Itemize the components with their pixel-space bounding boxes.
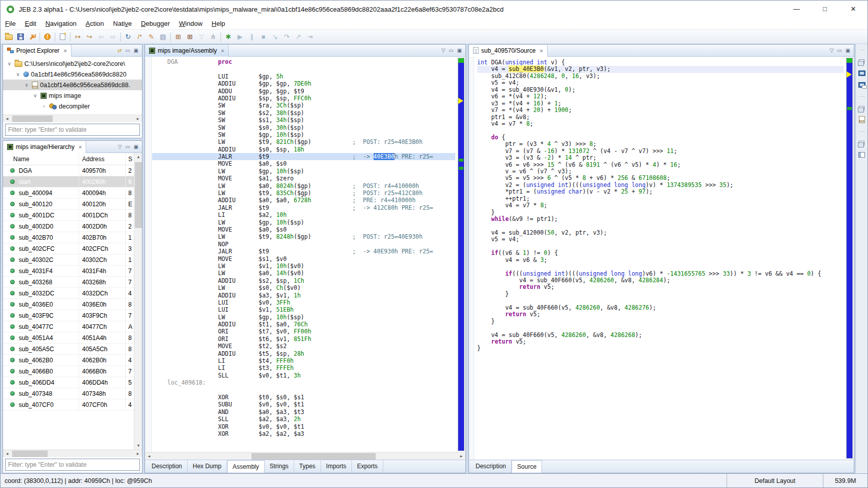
step-over-icon[interactable]: ↷ bbox=[281, 31, 293, 43]
asm-line[interactable]: LI$a2, 10h bbox=[152, 211, 455, 218]
function-row[interactable]: sub_4051A44051A4h8 bbox=[3, 332, 134, 344]
goto-location-icon[interactable]: ↪ bbox=[84, 31, 95, 43]
tab-assembly[interactable]: Assembly bbox=[227, 460, 265, 473]
scroll-left-icon[interactable]: ◂ bbox=[3, 450, 11, 458]
asm-line[interactable] bbox=[152, 65, 455, 72]
source-line[interactable]: v4 = sub_412000(50, v2, ptr, v3); bbox=[477, 230, 844, 236]
expander-icon[interactable]: ∨ bbox=[32, 93, 39, 98]
source-line[interactable] bbox=[477, 243, 844, 250]
hierarchy-filter-input[interactable] bbox=[5, 459, 140, 471]
source-line[interactable] bbox=[477, 127, 844, 134]
asm-line[interactable]: loc_409618: bbox=[152, 379, 455, 386]
scroll-left-icon[interactable]: ◂ bbox=[145, 453, 153, 460]
explorer-filter-input[interactable] bbox=[5, 124, 140, 136]
asm-line[interactable]: LUI$gp, 5h bbox=[152, 73, 455, 80]
source-line[interactable]: while(&v9 != ptr1); bbox=[477, 216, 844, 222]
asm-line[interactable]: JALR$t9; -> 40E930h PRE: r25= bbox=[152, 248, 455, 255]
asm-line[interactable]: XOR$t0, $s0, $s1 bbox=[152, 394, 455, 401]
tools-wrench-icon[interactable] bbox=[26, 31, 38, 43]
source-line[interactable]: v3 = *(v4 + 16) + 1; bbox=[477, 100, 844, 107]
pause-icon[interactable]: ∥ bbox=[246, 31, 258, 43]
minimize-button[interactable]: — bbox=[782, 1, 811, 18]
convert-page-icon[interactable]: ▤ bbox=[157, 31, 169, 43]
new-view-icon[interactable] bbox=[57, 31, 68, 43]
column-header-s[interactable]: S bbox=[126, 156, 134, 163]
open-project-icon[interactable] bbox=[3, 31, 15, 43]
source-line[interactable]: v2 = (unsigned int)(((unsigned long long… bbox=[477, 182, 844, 189]
close-icon[interactable]: × bbox=[63, 48, 66, 54]
function-row[interactable]: sub_402B70402B70h1 bbox=[3, 232, 134, 243]
tab-imports[interactable]: Imports bbox=[321, 460, 352, 473]
source-line[interactable]: v4 = sub_40F660(v5, 4286260, &v8, 428628… bbox=[477, 277, 844, 284]
source-line[interactable]: *ptr1 = (unsigned char)(v - v2 * 25 + 97… bbox=[477, 189, 844, 195]
tree-item-0a1cbf14e86c956cea5869dc[interactable]: ∨0a1cbf14e86c956cea5869dc88. bbox=[3, 80, 142, 90]
asm-line[interactable]: JALR$t9; -> 412C80h PRE: r25= bbox=[152, 204, 455, 211]
function-row[interactable]: sub_400094400094h8 bbox=[3, 187, 134, 199]
function-row[interactable]: sub_4002D04002D0h2 bbox=[3, 221, 134, 232]
asm-line[interactable]: LUI$v0, 3FFh bbox=[152, 299, 455, 306]
comment-icon[interactable]: /* bbox=[134, 31, 146, 43]
navigate-back-icon[interactable]: ⇦ bbox=[95, 31, 107, 43]
view-menu-icon[interactable]: ▽ bbox=[829, 48, 834, 53]
scrollbar-thumb[interactable] bbox=[12, 451, 48, 457]
tree-item-0a1cbf14e86c956cea5869dc[interactable]: ∨0a1cbf14e86c956cea5869dc8820 bbox=[3, 69, 142, 80]
asm-line[interactable]: ADDIU$a0, $a0, 6728h; PRE: r4=410000h bbox=[152, 197, 455, 204]
source-line[interactable]: v3 = (v3 & -2) * 14 ^ ptr; bbox=[477, 155, 844, 161]
asm-line[interactable]: MOVE$s1, $v0 bbox=[152, 255, 455, 262]
function-row[interactable]: DGA409570h2 bbox=[3, 165, 134, 176]
scroll-down-icon[interactable]: ▾ bbox=[134, 442, 142, 449]
function-row[interactable]: sub_40302C40302Ch1 bbox=[3, 254, 134, 266]
binary-view-icon[interactable] bbox=[857, 116, 866, 123]
asm-line[interactable]: LW$t9, 8248h($gp); POST: r25=40E930h bbox=[152, 233, 455, 240]
alerts-icon[interactable] bbox=[42, 31, 53, 43]
tab-project-explorer[interactable]: Project Explorer × bbox=[3, 45, 71, 57]
navigate-forward-icon[interactable]: ⇨ bbox=[107, 31, 119, 43]
hex-grid-icon[interactable]: ⊞ bbox=[172, 31, 184, 43]
function-row[interactable]: sub_407348407348h8 bbox=[3, 388, 134, 399]
horizontal-scrollbar[interactable]: ◂ ▸ bbox=[3, 115, 142, 122]
asm-line[interactable]: DGAproc bbox=[152, 58, 455, 65]
source-line[interactable]: v = v6 ^ (v7 ^ v3); bbox=[477, 168, 844, 175]
asm-line[interactable]: ADDU$gp, $gp, $t9 bbox=[152, 88, 455, 95]
function-row[interactable]: sub_406DD4406DD4h5 bbox=[3, 377, 134, 388]
tree-item-mips-image[interactable]: ∨mips image bbox=[3, 90, 142, 101]
run-to-line-icon[interactable]: ⇥ bbox=[304, 31, 316, 43]
asm-line[interactable]: ADDIU$t1, $a0, 76Ch bbox=[152, 321, 455, 328]
source-line[interactable]: ++ptr1; bbox=[477, 196, 844, 202]
drag-handle-icon[interactable] bbox=[857, 46, 866, 53]
function-row[interactable]: sub_403268403268h7 bbox=[3, 277, 134, 288]
asm-line[interactable]: LI$t4, FFF0h bbox=[152, 357, 455, 364]
menu-edit[interactable]: Edit bbox=[20, 19, 41, 28]
tab-source[interactable]: Source bbox=[512, 460, 542, 473]
maximize-panel-icon[interactable]: ▣ bbox=[846, 48, 850, 53]
layout-selector[interactable]: Default Layout bbox=[727, 474, 823, 487]
scroll-right-icon[interactable]: ▸ bbox=[457, 453, 465, 460]
source-line[interactable]: v6 = v6 >>> 15 ^ (v6 & 8191 ^ (v6 ^ v5) … bbox=[477, 162, 844, 168]
source-line[interactable]: v4 = sub_40E3B0(&v1, v2, ptr, v3); bbox=[477, 66, 844, 72]
link-with-editor-icon[interactable]: ⇄ bbox=[118, 48, 122, 53]
scroll-right-icon[interactable]: ▸ bbox=[134, 115, 142, 123]
asm-line[interactable]: LW$gp, 10h($sp) bbox=[152, 314, 455, 321]
maximize-button[interactable]: □ bbox=[811, 1, 839, 18]
source-line[interactable]: v4 = sub_40F660(v5, 4286260, &v8, 428626… bbox=[477, 332, 844, 339]
minimize-panel-icon[interactable]: ▭ bbox=[125, 144, 130, 149]
source-line[interactable]: v4 = v7 * 8; bbox=[477, 121, 844, 127]
function-row[interactable]: sub_4066B04066B0h7 bbox=[3, 366, 134, 377]
view-menu-icon[interactable]: ▽ bbox=[441, 48, 445, 53]
asm-line[interactable]: MOVE$t2, $s2 bbox=[152, 343, 455, 350]
asm-line[interactable]: MOVE$a1, $zero bbox=[152, 175, 455, 182]
asm-line[interactable]: ADDIU$t5, $sp, 28h bbox=[152, 350, 455, 357]
close-icon[interactable]: × bbox=[221, 48, 224, 54]
source-overview-ruler[interactable] bbox=[846, 58, 853, 459]
decompiled-source[interactable]: int DGA(unsigned int v) { v4 = sub_40E3B… bbox=[477, 59, 844, 460]
asm-line[interactable]: LW$t9, 835Ch($gp); POST: r25=412C80h bbox=[152, 190, 455, 197]
save-icon[interactable] bbox=[15, 31, 26, 43]
function-row[interactable]: sub_4062B04062B0h4 bbox=[3, 355, 134, 366]
source-line[interactable]: v7 = (v7 & -16) * 131072 ^ (v4 - v7 ^ v7… bbox=[477, 148, 844, 155]
source-line[interactable]: v6 = *(v4 + 12); bbox=[477, 93, 844, 100]
scrollbar-thumb[interactable] bbox=[135, 162, 142, 228]
vertical-scrollbar[interactable]: ▴ ▾ bbox=[134, 153, 142, 449]
source-line[interactable]: return v5; bbox=[477, 311, 844, 318]
source-line[interactable]: v4 = v7 * 8; bbox=[477, 202, 844, 209]
function-row[interactable]: sub_405A5C405A5Ch8 bbox=[3, 344, 134, 355]
